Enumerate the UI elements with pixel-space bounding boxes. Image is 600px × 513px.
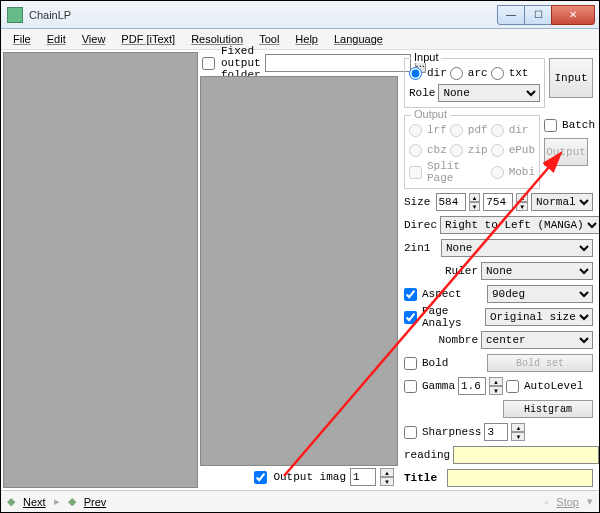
sharpness-value[interactable] — [484, 423, 508, 441]
prev-icon: ◆ — [68, 495, 76, 508]
output-group: Output lrf pdf dir cbz zip ePub Split Pa… — [404, 115, 540, 189]
gamma-spinner[interactable]: ▲▼ — [489, 377, 503, 395]
title-label: Title — [404, 472, 444, 484]
sharpness-label: Sharpness — [422, 426, 481, 438]
twoin1-label: 2in1 — [404, 242, 438, 254]
autolevel-checkbox[interactable] — [506, 380, 519, 393]
maximize-button[interactable]: ☐ — [524, 5, 552, 25]
input-legend: Input — [411, 51, 441, 63]
menu-language[interactable]: Language — [326, 31, 391, 47]
next-icon: ◆ — [7, 495, 15, 508]
sharpness-spinner[interactable]: ▲▼ — [511, 423, 525, 441]
size-label: Size — [404, 196, 433, 208]
direc-select[interactable]: Right to Left (MANGA) — [440, 216, 599, 234]
role-select[interactable]: None — [438, 84, 540, 102]
page-analysis-label: Page Analys — [422, 305, 482, 329]
prev-button[interactable]: Prev — [84, 496, 107, 508]
menu-edit[interactable]: Edit — [39, 31, 74, 47]
nombre-select[interactable]: center — [481, 331, 593, 349]
menu-pdf[interactable]: PDF [iText] — [113, 31, 183, 47]
histgram-button[interactable]: Histgram — [503, 400, 593, 418]
preview-canvas[interactable] — [200, 76, 398, 466]
gamma-checkbox[interactable] — [404, 380, 417, 393]
menu-help[interactable]: Help — [287, 31, 326, 47]
output-imag-checkbox[interactable] — [254, 471, 267, 484]
size-w-spinner[interactable]: ▲▼ — [469, 193, 481, 211]
size-mode-select[interactable]: Normal — [531, 193, 593, 211]
status-bar: ◆ Next ▸ ◆ Prev ◦ Stop ▾ — [1, 490, 599, 512]
out-mobi-radio — [491, 166, 504, 179]
next-button[interactable]: Next — [23, 496, 46, 508]
split-page-checkbox — [409, 166, 422, 179]
bold-label: Bold — [422, 357, 484, 369]
menubar: File Edit View PDF [iText] Resolution To… — [1, 29, 599, 50]
out-pdf-radio — [450, 124, 463, 137]
input-txt-radio[interactable] — [491, 67, 504, 80]
stop-button[interactable]: Stop — [556, 496, 579, 508]
bold-checkbox[interactable] — [404, 357, 417, 370]
page-analysis-checkbox[interactable] — [404, 311, 417, 324]
fixed-output-checkbox[interactable] — [202, 57, 215, 70]
menu-view[interactable]: View — [74, 31, 114, 47]
out-epub-radio — [491, 144, 504, 157]
input-group: Input dir arc txt Role None — [404, 58, 545, 108]
nombre-label: Nombre — [404, 334, 478, 346]
window-title: ChainLP — [29, 9, 498, 21]
aspect-checkbox[interactable] — [404, 288, 417, 301]
page-analysis-select[interactable]: Original size — [485, 308, 593, 326]
output-imag-spinner[interactable]: ▲▼ — [380, 468, 394, 486]
minimize-button[interactable]: — — [497, 5, 525, 25]
ruler-select[interactable]: None — [481, 262, 593, 280]
input-button[interactable]: Input — [549, 58, 593, 98]
reading1-input[interactable] — [453, 446, 599, 464]
sharpness-checkbox[interactable] — [404, 426, 417, 439]
output-imag-label: Output imag — [273, 471, 346, 483]
aspect-select[interactable]: 90deg — [487, 285, 593, 303]
titlebar: ChainLP — ☐ ✕ — [1, 1, 599, 29]
out-zip-radio — [450, 144, 463, 157]
settings-pane: Input dir arc txt Role None Input Output… — [398, 50, 599, 490]
reading1-label: reading — [404, 449, 450, 461]
out-cbz-radio — [409, 144, 422, 157]
output-imag-value[interactable] — [350, 468, 376, 486]
out-dir-radio — [491, 124, 504, 137]
gamma-value[interactable] — [458, 377, 486, 395]
size-h-spinner[interactable]: ▲▼ — [516, 193, 528, 211]
autolevel-label: AutoLevel — [524, 380, 583, 392]
ruler-label: Ruler — [404, 265, 478, 277]
input-arc-radio[interactable] — [450, 67, 463, 80]
size-h[interactable] — [483, 193, 513, 211]
output-button[interactable]: Output — [544, 138, 588, 166]
aspect-label: Aspect — [422, 288, 484, 300]
bold-set-button[interactable]: Bold set — [487, 354, 593, 372]
size-w[interactable] — [436, 193, 466, 211]
gamma-label: Gamma — [422, 380, 455, 392]
direc-label: Direc — [404, 219, 437, 231]
file-list-pane[interactable] — [3, 52, 198, 488]
preview-pane: Fixed output folder ... Output imag ▲▼ — [200, 52, 398, 488]
close-button[interactable]: ✕ — [551, 5, 595, 25]
role-label: Role — [409, 87, 435, 99]
out-lrf-radio — [409, 124, 422, 137]
input-dir-radio[interactable] — [409, 67, 422, 80]
menu-file[interactable]: File — [5, 31, 39, 47]
title-input[interactable] — [447, 469, 593, 487]
twoin1-select[interactable]: None — [441, 239, 593, 257]
output-legend: Output — [411, 108, 450, 120]
fixed-output-path[interactable] — [265, 54, 411, 72]
batch-checkbox[interactable] — [544, 119, 557, 132]
app-icon — [7, 7, 23, 23]
